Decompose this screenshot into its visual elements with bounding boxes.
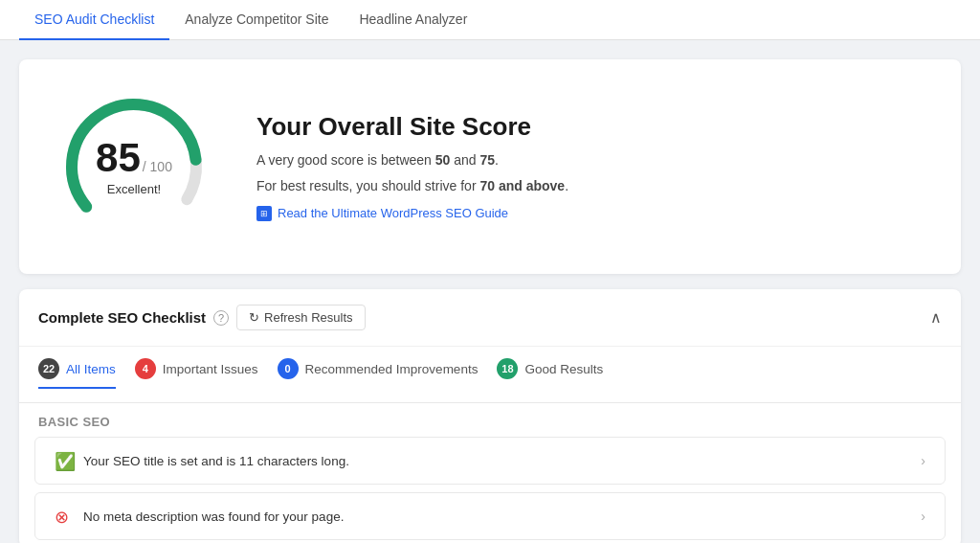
badge-important: 4 [135,358,156,379]
score-rating: Excellent! [96,182,172,196]
refresh-button[interactable]: ↻ Refresh Results [236,305,365,330]
filter-label-recommended: Recommended Improvements [305,362,479,376]
section-label: Basic SEO [19,403,961,437]
chevron-icon-1: › [921,509,925,524]
link-icon: ⊞ [256,206,272,221]
score-value: 85 [96,135,141,180]
tabs-bar: SEO Audit Checklist Analyze Competitor S… [0,0,980,40]
item-text-1: No meta description was found for your p… [83,509,344,524]
collapse-icon[interactable]: ∧ [930,308,942,327]
score-title: Your Overall Site Score [256,112,568,142]
help-icon[interactable]: ? [213,310,229,326]
checklist-header: Complete SEO Checklist ? ↻ Refresh Resul… [19,289,961,347]
item-success-icon-0: ✅ [55,451,74,470]
filter-tab-all[interactable]: 22 All Items [38,358,116,389]
filter-label-all: All Items [66,362,116,376]
checklist-title-row: Complete SEO Checklist ? ↻ Refresh Resul… [38,305,366,330]
filter-tabs-wrapper: 22 All Items 4 Important Issues 0 Recomm… [19,347,961,403]
refresh-icon: ↻ [249,310,259,325]
chevron-icon-0: › [921,453,925,468]
score-desc2: For best results, you should strive for … [256,175,568,196]
filter-tabs: 22 All Items 4 Important Issues 0 Recomm… [19,347,961,402]
tab-headline[interactable]: Headline Analyzer [344,0,482,40]
score-card: 85/ 100 Excellent! Your Overall Site Sco… [19,59,961,274]
filter-label-good: Good Results [524,362,603,376]
score-desc1: A very good score is between 50 and 75. [256,149,568,170]
tab-competitor[interactable]: Analyze Competitor Site [169,0,344,40]
badge-all: 22 [38,358,59,379]
badge-recommended: 0 [278,358,299,379]
filter-label-important: Important Issues [163,362,258,376]
score-gauge: 85/ 100 Excellent! [57,90,211,243]
badge-good: 18 [497,358,518,379]
item-text-0: Your SEO title is set and is 11 characte… [83,454,349,468]
checklist-item-1[interactable]: ⊗ No meta description was found for your… [34,492,946,540]
score-link[interactable]: ⊞ Read the Ultimate WordPress SEO Guide [256,206,508,221]
checklist-card: Complete SEO Checklist ? ↻ Refresh Resul… [19,289,961,543]
filter-tab-good[interactable]: 18 Good Results [497,358,603,389]
checklist-title: Complete SEO Checklist [38,309,206,326]
filter-tab-important[interactable]: 4 Important Issues [135,358,258,389]
checklist-item-0[interactable]: ✅ Your SEO title is set and is 11 charac… [34,437,946,485]
filter-tab-recommended[interactable]: 0 Recommended Improvements [278,358,479,389]
score-max: / 100 [143,159,172,174]
tab-seo-audit[interactable]: SEO Audit Checklist [19,0,169,40]
score-info: Your Overall Site Score A very good scor… [256,112,568,221]
item-error-icon-1: ⊗ [55,507,74,526]
